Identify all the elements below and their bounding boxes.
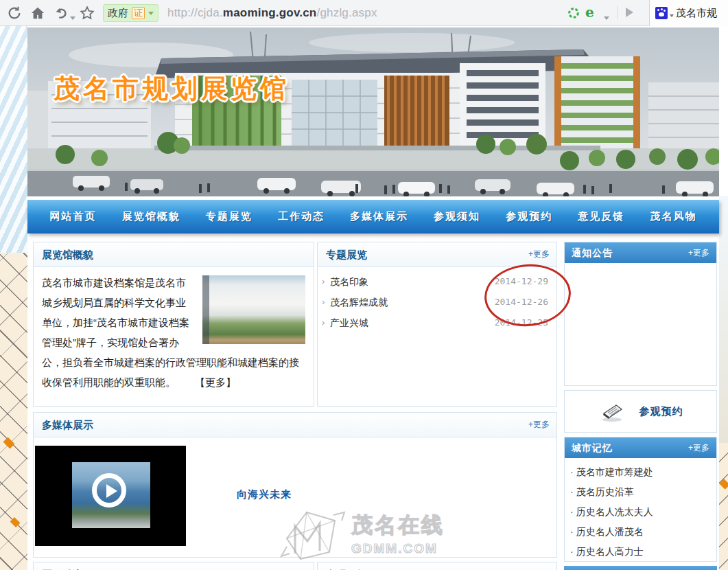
compat-caret-icon[interactable] (604, 11, 609, 16)
url-prefix: http://cjda. (167, 6, 223, 19)
watermark-url: GDMM.COM (351, 541, 445, 556)
home-icon[interactable] (30, 5, 45, 21)
panel-overview-header: 展览馆概貌 (34, 242, 314, 267)
refresh-icon[interactable] (7, 5, 22, 21)
panel-special-header: 专题展览 +更多 (318, 242, 556, 267)
list-item[interactable]: ·茂名市建市筹建处 (570, 462, 711, 482)
memory-link[interactable]: 茂名市建市筹建处 (576, 466, 653, 477)
panel-visit-info-partial: 参观须知 +更多 (317, 562, 557, 570)
memory-link[interactable]: 历史名人冼太夫人 (576, 506, 653, 517)
arrow-marker-icon: › (322, 292, 325, 312)
memory-link[interactable]: 历史名人潘茂名 (576, 526, 644, 537)
dot-marker-icon: · (570, 546, 574, 557)
dot-marker-icon: · (570, 506, 574, 517)
watermark-text: 茂名在线 (351, 511, 445, 540)
multimedia-more-link[interactable]: +更多 (528, 413, 550, 437)
nav-item-maoming-scenery[interactable]: 茂名风物 (650, 210, 696, 223)
background-sketch-left-top (0, 26, 27, 253)
address-bar[interactable]: http://cjda.maoming.gov.cn/ghzlg.aspx (167, 6, 377, 20)
panel-city-memory: 城市记忆 +更多 ·茂名市建市筹建处 ·茂名历史沿革 ·历史名人冼太夫人 ·历史… (564, 437, 717, 562)
browser-tab[interactable]: 茂名市规 (649, 0, 728, 26)
booklet-icon (598, 400, 626, 423)
site-title: 茂名市规划展览馆 (54, 71, 290, 106)
watermark: 茂名在线 GDMM.COM (276, 511, 445, 562)
gov-badge-label: 政府 (108, 7, 128, 20)
browser-toolbar: 政府 证 http://cjda.maoming.gov.cn/ghzlg.as… (0, 0, 728, 26)
tab-title: 茂名市规 (676, 7, 717, 20)
url-domain: maoming.gov.cn (223, 6, 317, 19)
panel-special-title: 专题展览 (326, 249, 367, 260)
loading-spinner-icon (567, 7, 580, 19)
panel-booking: 参观预约 (564, 390, 717, 433)
panel-notices: 通知公告 +更多 (564, 242, 717, 386)
list-item[interactable]: ·历史名人冼太夫人 (570, 502, 711, 522)
nav-item-visit-booking[interactable]: 参观预约 (506, 210, 552, 223)
panel-overview-body: 茂名市城市建设档案馆是茂名市城乡规划局直属的科学文化事业单位，加挂“茂名市城市建… (34, 267, 314, 392)
toolbar-divider (617, 5, 618, 19)
arrow-marker-icon: › (322, 312, 325, 333)
panel-notices-title: 通知公告 (572, 247, 613, 258)
banner-illustration (27, 27, 719, 196)
nav-item-feedback[interactable]: 意见反馈 (578, 210, 624, 223)
banner: 茂名市规划展览馆 (27, 27, 719, 196)
city-memory-list: ·茂名市建市筹建处 ·茂名历史沿革 ·历史名人冼太夫人 ·历史名人潘茂名 ·历史… (565, 458, 716, 566)
panel-work-news-partial: 工作动态 +更多 (33, 562, 314, 570)
panel-city-memory-title: 城市记忆 (572, 442, 613, 453)
nav-item-special-exhibitions[interactable]: 专题展览 (206, 210, 253, 223)
overview-more-link[interactable]: 【更多】 (195, 376, 236, 388)
special-more-link[interactable]: +更多 (528, 242, 550, 266)
dot-marker-icon: · (570, 526, 574, 537)
background-sketch-right-top (719, 196, 728, 443)
panel-notices-header: 通知公告 +更多 (565, 242, 716, 263)
exhibition-title[interactable]: 茂名印象 (330, 276, 368, 287)
favorites-star-icon[interactable] (80, 5, 95, 21)
panel-visit-info-header: 参观须知 +更多 (318, 562, 556, 570)
ie-compat-mode-icon[interactable]: e (585, 4, 594, 21)
cert-badge-label: 证 (132, 7, 145, 19)
work-news-more-link[interactable]: +更多 (285, 562, 307, 570)
panel-work-news-header: 工作动态 +更多 (34, 562, 314, 570)
url-path: /ghzlg.aspx (316, 6, 377, 19)
panel-overview: 展览馆概貌 茂名市城市建设档案馆是茂名市城乡规划局直属的科学文化事业单位，加挂“… (33, 242, 314, 407)
gov-site-badge[interactable]: 政府 证 (103, 4, 158, 22)
list-item[interactable]: ·历史名人高力士 (570, 542, 711, 562)
back-icon[interactable] (54, 5, 69, 21)
visit-info-more-link[interactable]: +更多 (528, 562, 550, 570)
main-nav: 网站首页 展览馆概貌 专题展览 工作动态 多媒体展示 参观须知 参观预约 意见反… (27, 200, 719, 233)
back-history-caret-icon[interactable] (70, 11, 75, 16)
nav-item-visit-info[interactable]: 参观须知 (434, 210, 480, 223)
exhibition-title[interactable]: 产业兴城 (330, 317, 368, 328)
notices-more-link[interactable]: +更多 (688, 242, 709, 263)
play-triangle-icon (106, 484, 117, 498)
nav-item-overview[interactable]: 展览馆概貌 (122, 210, 180, 223)
forward-icon[interactable] (626, 8, 633, 17)
memory-link[interactable]: 茂名历史沿革 (576, 486, 634, 497)
booking-link[interactable]: 参观预约 (565, 391, 716, 432)
dot-marker-icon: · (570, 486, 574, 497)
site-favicon-paw-icon (655, 7, 668, 19)
list-item[interactable]: ·茂名历史沿革 (570, 482, 711, 502)
background-sketch-right-bottom (719, 443, 728, 570)
nav-item-home[interactable]: 网站首页 (50, 210, 97, 223)
video-player[interactable] (35, 446, 186, 546)
panel-multimedia-title: 多媒体展示 (42, 419, 93, 431)
video-title-link[interactable]: 向海兴未来 (237, 488, 292, 501)
memory-link[interactable]: 历史名人高力士 (576, 546, 644, 557)
overview-photo (202, 275, 305, 344)
nav-item-work-news[interactable]: 工作动态 (278, 210, 325, 223)
panel-partial-header (564, 566, 717, 570)
panel-multimedia-header: 多媒体展示 +更多 (34, 413, 556, 437)
exhibition-title[interactable]: 茂名辉煌成就 (330, 297, 388, 308)
dot-marker-icon: · (570, 466, 574, 477)
panel-overview-title: 展览馆概貌 (42, 249, 93, 260)
list-item[interactable]: ·历史名人潘茂名 (570, 522, 711, 542)
watermark-logo-icon (276, 511, 346, 562)
arrow-marker-icon: › (322, 271, 325, 292)
booking-label: 参观预约 (639, 405, 683, 418)
nav-item-multimedia[interactable]: 多媒体展示 (350, 210, 408, 223)
badge-caret-icon[interactable] (148, 12, 154, 15)
city-memory-more-link[interactable]: +更多 (688, 437, 709, 458)
panel-city-memory-header: 城市记忆 +更多 (565, 437, 716, 458)
tab-caret-icon[interactable] (670, 14, 674, 17)
